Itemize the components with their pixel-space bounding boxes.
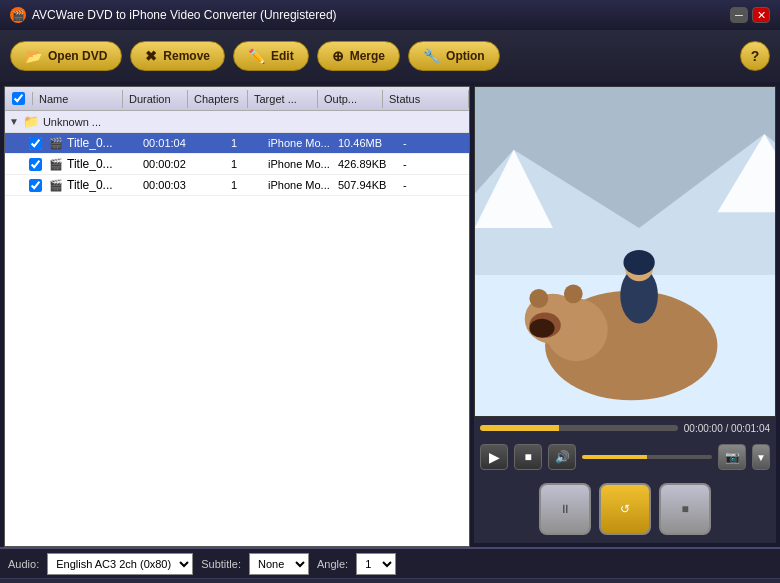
open-dvd-button[interactable]: 📂 Open DVD [10, 41, 122, 71]
bottom-area: Audio: English AC3 2ch (0x80) Subtitle: … [0, 547, 780, 583]
angle-select[interactable]: 1 [356, 553, 396, 575]
row-checkbox-2[interactable] [29, 158, 42, 171]
audio-subtitle-row: Audio: English AC3 2ch (0x80) Subtitle: … [0, 549, 780, 579]
row-checkbox-3[interactable] [29, 179, 42, 192]
time-bar: 00:00:00 / 00:01:04 [474, 417, 776, 439]
edit-button[interactable]: ✏️ Edit [233, 41, 309, 71]
title-bar: 🎬 AVCWare DVD to iPhone Video Converter … [0, 0, 780, 30]
merge-icon: ⊕ [332, 48, 344, 64]
svg-point-10 [529, 289, 548, 308]
col-header-chapters: Chapters [188, 90, 248, 108]
row-status-1: - [399, 135, 469, 151]
row-target-3: iPhone Mo... [264, 177, 334, 193]
row-name-2: Title_0... [67, 157, 113, 171]
volume-slider[interactable] [582, 455, 712, 459]
file-list: ▼ 📁 Unknown ... 🎬 Title_0... 00:01:04 1 … [5, 111, 469, 546]
preview-controls: ▶ ■ 🔊 📷 ▼ [474, 439, 776, 475]
row-target-1: iPhone Mo... [264, 135, 334, 151]
reset-button[interactable]: ↺ [599, 483, 651, 535]
audio-label: Audio: [8, 558, 39, 570]
pause-icon: ⏸ [559, 502, 571, 516]
row-chapters-2: 1 [204, 156, 264, 172]
row-output-2: 426.89KB [334, 156, 399, 172]
table-row[interactable]: 🎬 Title_0... 00:00:03 1 iPhone Mo... 507… [5, 175, 469, 196]
app-title: AVCWare DVD to iPhone Video Converter (U… [32, 8, 337, 22]
table-row[interactable]: 🎬 Title_0... 00:01:04 1 iPhone Mo... 10.… [5, 133, 469, 154]
toolbar: 📂 Open DVD ✖ Remove ✏️ Edit ⊕ Merge 🔧 Op… [0, 30, 780, 82]
row-duration-2: 00:00:02 [139, 156, 204, 172]
file-icon-1: 🎬 [49, 137, 63, 150]
select-all-checkbox[interactable] [12, 92, 25, 105]
group-row[interactable]: ▼ 📁 Unknown ... [5, 111, 469, 133]
reset-icon: ↺ [620, 502, 630, 516]
file-panel: Name Duration Chapters Target ... Outp..… [4, 86, 470, 547]
open-dvd-icon: 📂 [25, 48, 42, 64]
minimize-button[interactable]: ─ [730, 7, 748, 23]
option-button[interactable]: 🔧 Option [408, 41, 500, 71]
stop-button[interactable]: ■ [514, 444, 542, 470]
group-folder-icon: 📁 [23, 114, 39, 129]
close-button[interactable]: ✕ [752, 7, 770, 23]
row-output-3: 507.94KB [334, 177, 399, 193]
row-status-3: - [399, 177, 469, 193]
video-frame [475, 87, 775, 416]
time-display: 00:00:00 / 00:01:04 [684, 423, 770, 434]
subtitle-select[interactable]: None [249, 553, 309, 575]
svg-point-9 [529, 319, 554, 338]
row-duration-3: 00:00:03 [139, 177, 204, 193]
play-button[interactable]: ▶ [480, 444, 508, 470]
stop-icon: ■ [681, 502, 688, 516]
row-duration-1: 00:01:04 [139, 135, 204, 151]
col-header-target: Target ... [248, 90, 318, 108]
merge-button[interactable]: ⊕ Merge [317, 41, 400, 71]
audio-select[interactable]: English AC3 2ch (0x80) [47, 553, 193, 575]
pause-convert-button[interactable]: ⏸ [539, 483, 591, 535]
video-preview [474, 86, 776, 417]
group-name: Unknown ... [43, 116, 101, 128]
app-icon: 🎬 [10, 7, 26, 23]
table-header: Name Duration Chapters Target ... Outp..… [5, 87, 469, 111]
option-icon: 🔧 [423, 48, 440, 64]
group-expand-arrow: ▼ [9, 116, 19, 127]
row-status-2: - [399, 156, 469, 172]
remove-icon: ✖ [145, 48, 157, 64]
remove-button[interactable]: ✖ Remove [130, 41, 225, 71]
help-button[interactable]: ? [740, 41, 770, 71]
edit-icon: ✏️ [248, 48, 265, 64]
row-target-2: iPhone Mo... [264, 156, 334, 172]
file-icon-2: 🎬 [49, 158, 63, 171]
row-chapters-3: 1 [204, 177, 264, 193]
stop-convert-button[interactable]: ■ [659, 483, 711, 535]
row-output-1: 10.46MB [334, 135, 399, 151]
row-name-3: Title_0... [67, 178, 113, 192]
svg-point-11 [564, 284, 583, 303]
table-row[interactable]: 🎬 Title_0... 00:00:02 1 iPhone Mo... 426… [5, 154, 469, 175]
row-checkbox-1[interactable] [29, 137, 42, 150]
subtitle-label: Subtitle: [201, 558, 241, 570]
angle-label: Angle: [317, 558, 348, 570]
snapshot-button[interactable]: 📷 [718, 444, 746, 470]
main-area: Name Duration Chapters Target ... Outp..… [0, 82, 780, 547]
col-header-output: Outp... [318, 90, 383, 108]
col-header-name: Name [33, 90, 123, 108]
col-header-duration: Duration [123, 90, 188, 108]
volume-button[interactable]: 🔊 [548, 444, 576, 470]
time-progress-bar[interactable] [480, 425, 678, 431]
file-icon-3: 🎬 [49, 179, 63, 192]
svg-point-14 [623, 250, 654, 275]
profile-row: Profile: iPhone MPEG-4 (320*240) (*.mp4)… [0, 579, 780, 583]
row-chapters-1: 1 [204, 135, 264, 151]
preview-dropdown[interactable]: ▼ [752, 444, 770, 470]
preview-panel: 00:00:00 / 00:01:04 ▶ ■ 🔊 📷 ▼ ⏸ ↺ ■ [470, 82, 780, 547]
col-header-status: Status [383, 90, 469, 108]
row-name-1: Title_0... [67, 136, 113, 150]
